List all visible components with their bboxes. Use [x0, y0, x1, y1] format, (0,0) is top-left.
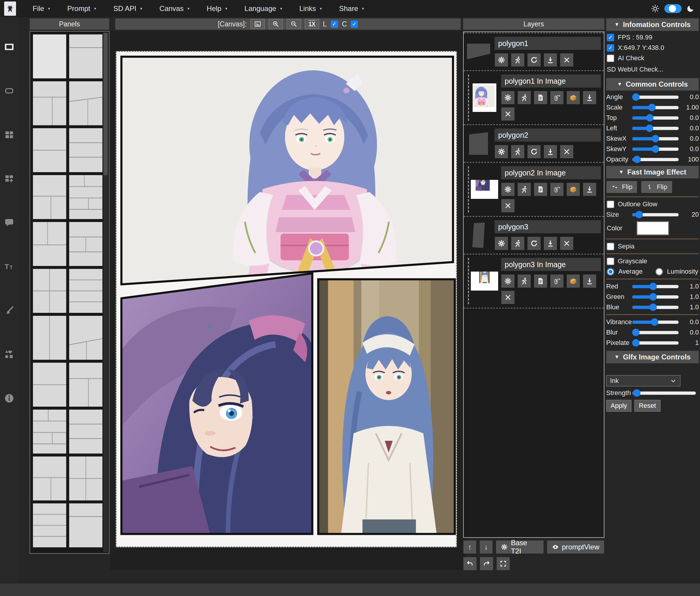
panel-template-h2t30[interactable] [69, 503, 102, 547]
menu-canvas[interactable]: Canvas▼ [151, 4, 198, 13]
layer-download-button[interactable] [583, 91, 596, 104]
average-radio[interactable] [607, 268, 614, 275]
layer-close-button[interactable] [560, 237, 574, 250]
rect-tool-icon[interactable] [4, 42, 15, 52]
common-controls-header[interactable]: ▼Common Controls [606, 78, 699, 91]
layer-name-input[interactable]: polygon3 [495, 220, 601, 233]
layer-package-button[interactable] [567, 274, 580, 288]
panel-template-h2[interactable] [33, 363, 66, 407]
layer-runner-button[interactable] [518, 182, 531, 196]
blur-slider[interactable] [632, 331, 679, 334]
top-slider-thumb[interactable] [646, 114, 654, 122]
menu-prompt[interactable]: Prompt▼ [59, 4, 105, 13]
speech-bubble-icon[interactable] [4, 217, 15, 228]
layer-download-button[interactable] [544, 53, 557, 67]
glfx-image-controls-header[interactable]: ▼Glfx Image Controls [606, 351, 699, 363]
opacity-slider[interactable] [632, 158, 679, 161]
layer-name-input[interactable]: polygon2 In Image [501, 166, 601, 179]
angle-slider-thumb[interactable] [632, 94, 640, 101]
brush-icon[interactable] [4, 305, 15, 316]
layer-gear-button[interactable] [495, 145, 508, 158]
flip-horizontal-button[interactable]: Flip [606, 181, 638, 193]
scale-slider-thumb[interactable] [648, 104, 655, 111]
menu-links[interactable]: Links▼ [291, 4, 331, 13]
outline-glow-checkbox[interactable] [607, 201, 614, 208]
shapes-icon[interactable] [4, 349, 15, 360]
layer-paperclip-button[interactable] [550, 91, 564, 104]
layer-download-button[interactable] [544, 237, 557, 250]
left-slider[interactable] [632, 127, 679, 130]
strength-slider-thumb[interactable] [633, 390, 640, 397]
menu-help[interactable]: Help▼ [198, 4, 236, 13]
base-t2i-button[interactable]: Base T2I [496, 540, 544, 554]
rounded-rect-tool-icon[interactable] [4, 85, 15, 96]
panel-template-h2vb[interactable] [33, 456, 66, 500]
information-controls-header[interactable]: ▼Infomation Controls [606, 18, 699, 31]
green-slider[interactable] [632, 295, 679, 299]
layer-download-button[interactable] [583, 182, 596, 196]
glfx-filter-select[interactable]: Ink [606, 375, 680, 387]
skewx-slider[interactable] [632, 137, 679, 141]
panel-template-v2[interactable] [33, 316, 66, 360]
layer-runner-button[interactable] [511, 237, 525, 250]
layer-paperclip-button[interactable] [550, 274, 564, 288]
angle-slider[interactable] [632, 96, 679, 99]
luminosity-radio[interactable] [655, 268, 663, 275]
flip-vertical-button[interactable]: Flip [641, 181, 672, 193]
info-icon[interactable] [4, 393, 15, 404]
panel-template-h3[interactable] [69, 409, 102, 453]
canvas-page[interactable] [116, 51, 457, 547]
panel-template-h2vt[interactable] [33, 222, 66, 266]
zoom-out-button[interactable] [287, 19, 301, 29]
canvas-panel-polygon3[interactable] [317, 278, 456, 535]
panel-template-grid4[interactable] [69, 456, 102, 500]
layer-document-button[interactable] [534, 274, 547, 288]
panel-template-diagb[interactable] [69, 316, 102, 360]
layer-name-input[interactable]: polygon3 In Image [501, 258, 601, 271]
layer-document-button[interactable] [534, 91, 547, 104]
dark-theme-moon-icon[interactable] [686, 4, 695, 13]
redo-button[interactable] [480, 557, 493, 570]
panel-template-h4[interactable] [33, 503, 66, 547]
layer-document-button[interactable] [534, 182, 547, 196]
panel-template-blank[interactable] [33, 34, 66, 78]
panel-template-h3vm[interactable] [69, 222, 102, 266]
zoom-in-button[interactable] [269, 19, 283, 29]
glow-color-swatch[interactable] [636, 221, 669, 235]
panel-template-brick[interactable] [69, 175, 102, 219]
undo-button[interactable] [463, 557, 477, 570]
layer-gear-button[interactable] [495, 237, 508, 250]
layer-name-input[interactable]: polygon2 [495, 128, 601, 142]
layer-package-button[interactable] [567, 182, 580, 196]
layer-gear-button[interactable] [501, 274, 515, 288]
left-slider-thumb[interactable] [646, 125, 653, 132]
canvas-visibility-checkbox[interactable]: ✓ [351, 21, 358, 28]
mouse-coords-checkbox[interactable]: ✓ [607, 44, 614, 52]
panel-template-h2[interactable] [33, 128, 66, 172]
layer-gear-button[interactable] [501, 182, 515, 196]
layer-image-thumbnail[interactable] [471, 180, 498, 199]
light-theme-sun-icon[interactable] [651, 4, 659, 13]
layer-move-up-button[interactable]: ↑ [463, 540, 476, 554]
text-tool-icon[interactable] [4, 261, 15, 272]
layer-close-button[interactable] [501, 291, 515, 304]
panel-template-h4[interactable] [69, 269, 102, 313]
layer-name-input[interactable]: polygon1 In Image [501, 74, 601, 88]
layers-visibility-checkbox[interactable]: ✓ [331, 21, 338, 28]
layer-recycle-button[interactable] [527, 53, 541, 67]
panel-template-h2t30[interactable] [69, 34, 102, 78]
layer-runner-button[interactable] [511, 145, 525, 158]
layer-paperclip-button[interactable] [550, 182, 564, 196]
layer-download-button[interactable] [544, 145, 557, 158]
layer-download-button[interactable] [583, 274, 596, 288]
glow-size-slider[interactable] [632, 213, 679, 216]
layer-image-thumbnail[interactable] [471, 272, 498, 291]
blur-slider-thumb[interactable] [632, 329, 640, 336]
layer-package-button[interactable] [567, 91, 580, 104]
add-panel-icon[interactable] [4, 173, 15, 184]
panel-template-h2t35v[interactable] [33, 81, 66, 125]
panel-template-h3[interactable] [69, 128, 102, 172]
panels-scrollbar-thumb[interactable] [103, 33, 108, 175]
layer-runner-button[interactable] [518, 91, 531, 104]
grayscale-checkbox[interactable] [607, 258, 614, 265]
